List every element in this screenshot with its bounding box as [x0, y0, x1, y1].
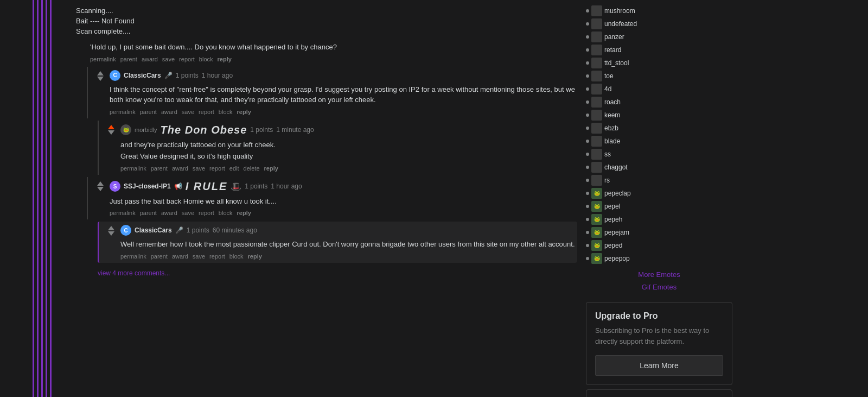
mob-username-special: The Don Obese	[161, 124, 247, 136]
mob-save[interactable]: save	[193, 165, 205, 172]
emote-name-ebzb[interactable]: ebzb	[604, 124, 618, 132]
ssj-permalink[interactable]: permalink	[110, 210, 136, 216]
mob-delete[interactable]: delete	[244, 165, 260, 172]
emote-name-pepejam[interactable]: pepejam	[604, 229, 629, 236]
cc2-actions: permalink parent award save report block…	[120, 253, 577, 260]
emote-name-keem[interactable]: keem	[604, 111, 620, 119]
cc2-header: C ClassicCars 🎤 1 points 60 minutes ago	[120, 225, 577, 236]
emote-name-blade[interactable]: blade	[604, 137, 620, 145]
action-reply[interactable]: reply	[218, 56, 232, 62]
mob-username-label[interactable]: morbidly	[135, 127, 157, 133]
mob-points: 1 points	[250, 126, 273, 134]
cc2-reply[interactable]: reply	[248, 253, 262, 260]
action-block[interactable]: block	[199, 56, 213, 62]
emote-dot-toe	[586, 74, 589, 78]
emote-name-mushroom[interactable]: mushroom	[604, 7, 635, 15]
cc2-award[interactable]: award	[172, 253, 188, 260]
cc1-report[interactable]: report	[199, 109, 214, 115]
cc1-time: 1 hour ago	[202, 72, 233, 79]
more-emotes-button[interactable]: More Emotes	[586, 270, 732, 279]
ssj-award[interactable]: award	[161, 210, 177, 216]
upvote-arrow-ssj[interactable]	[97, 181, 104, 186]
emote-img-keem	[591, 110, 602, 121]
action-permalink[interactable]: permalink	[90, 56, 116, 62]
ssj-avatar: S	[110, 181, 120, 192]
cc2-username[interactable]: ClassicCars	[135, 226, 172, 234]
upgrade-pro-section: Upgrade to Pro Subscribing to Pro is the…	[586, 302, 732, 385]
cc2-block[interactable]: block	[229, 253, 244, 260]
emote-name-pepepop[interactable]: pepepop	[604, 255, 630, 262]
mob-header: 🐸 morbidly The Don Obese 1 points 1 minu…	[120, 124, 577, 136]
cc1-block[interactable]: block	[219, 109, 233, 115]
gif-emotes-button[interactable]: Gif Emotes	[586, 283, 732, 291]
emote-name-peped[interactable]: peped	[604, 242, 622, 249]
cc1-permalink[interactable]: permalink	[110, 109, 136, 115]
action-award[interactable]: award	[142, 56, 158, 62]
emote-name-4d[interactable]: 4d	[604, 85, 611, 93]
ssj-save[interactable]: save	[182, 210, 194, 216]
downvote-arrow-mob[interactable]	[108, 130, 114, 135]
emote-name-ss[interactable]: ss	[604, 150, 611, 158]
view-more-comments[interactable]: view 4 more comments...	[98, 265, 577, 281]
action-report[interactable]: report	[179, 56, 195, 62]
ssj-report[interactable]: report	[199, 210, 214, 216]
action-parent[interactable]: parent	[120, 56, 137, 62]
emote-dot-undefeated	[586, 22, 589, 26]
mob-actions: permalink parent award save report edit …	[120, 165, 577, 172]
emote-name-rs[interactable]: rs	[604, 177, 610, 184]
cc1-parent[interactable]: parent	[140, 109, 157, 115]
upvote-arrow-cc1[interactable]	[97, 71, 104, 75]
ssj-header: S SSJ-closed-IP1 📢 I RULE 🎩 1 points 1 h…	[110, 180, 577, 193]
emote-name-retard[interactable]: retard	[604, 46, 621, 54]
ssj-time: 1 hour ago	[271, 182, 302, 190]
emote-name-undefeated[interactable]: undefeated	[604, 20, 637, 28]
mob-permalink[interactable]: permalink	[120, 165, 146, 172]
upvote-arrow-mob[interactable]	[108, 125, 114, 129]
cc1-save[interactable]: save	[182, 109, 194, 115]
cc2-save[interactable]: save	[193, 253, 205, 260]
emote-img-mushroom	[591, 5, 602, 16]
indent-bar-4	[46, 0, 47, 397]
cc1-award[interactable]: award	[161, 109, 177, 115]
emote-dot-pepejam	[586, 231, 589, 234]
cc1-username[interactable]: ClassicCars	[124, 72, 161, 79]
cc1-avatar: C	[110, 70, 120, 81]
upvote-arrow-cc2[interactable]	[108, 226, 114, 230]
mob-edit[interactable]: edit	[229, 165, 239, 172]
downvote-arrow-cc2[interactable]	[108, 231, 114, 236]
mob-parent[interactable]: parent	[151, 165, 168, 172]
mob-avatar: 🐸	[120, 124, 131, 135]
ssj-block[interactable]: block	[219, 210, 233, 216]
cc2-report[interactable]: report	[209, 253, 225, 260]
mob-report[interactable]: report	[209, 165, 225, 172]
cc1-reply[interactable]: reply	[237, 109, 251, 115]
action-save[interactable]: save	[162, 56, 175, 62]
emote-img-panzer	[591, 31, 602, 42]
ssj-parent[interactable]: parent	[140, 210, 157, 216]
learn-more-button[interactable]: Learn More	[595, 355, 723, 376]
emote-dot-ebzb	[586, 127, 589, 130]
downvote-arrow-ssj[interactable]	[97, 187, 104, 191]
emote-dot-pepel	[586, 205, 589, 208]
cc2-parent[interactable]: parent	[151, 253, 168, 260]
emote-img-chaggot	[591, 162, 602, 173]
downvote-arrow-cc1[interactable]	[97, 77, 104, 81]
emote-name-chaggot[interactable]: chaggot	[604, 163, 628, 171]
emote-name-roach[interactable]: roach	[604, 98, 621, 106]
mob-reply[interactable]: reply	[264, 165, 278, 172]
comment-bait: 'Hold up, I put some bait down.... Do yo…	[76, 40, 577, 65]
ssj-reply[interactable]: reply	[237, 210, 251, 216]
emote-img-retard	[591, 45, 602, 55]
ssj-username[interactable]: SSJ-closed-IP1	[124, 182, 171, 190]
bait-actions: permalink parent award save report block…	[90, 56, 337, 62]
emote-name-toe[interactable]: toe	[604, 72, 614, 80]
emote-name-pepeh[interactable]: pepeh	[604, 216, 622, 223]
emote-name-pepeclap[interactable]: pepeclap	[604, 190, 631, 197]
mob-award[interactable]: award	[172, 165, 188, 172]
cc2-permalink[interactable]: permalink	[120, 253, 146, 260]
mob-text1: and they're practically tattooed on your…	[120, 140, 577, 150]
emote-name-ttd[interactable]: ttd_stool	[604, 59, 629, 67]
emote-name-pepel[interactable]: pepel	[604, 203, 620, 210]
emote-name-panzer[interactable]: panzer	[604, 33, 624, 41]
scan-message-1: Scanning....	[76, 4, 577, 16]
